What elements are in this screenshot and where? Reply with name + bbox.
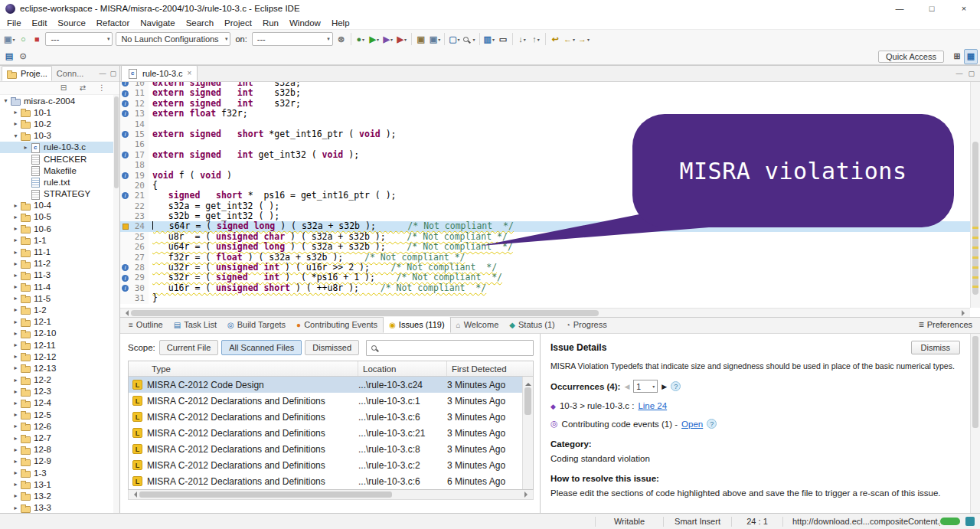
filter-current-file[interactable]: Current File <box>159 340 218 355</box>
tab-welcome[interactable]: ⌂Welcome <box>451 316 505 333</box>
menu-project[interactable]: Project <box>219 18 257 28</box>
occurrence-selector[interactable]: 1 ▾ <box>633 380 658 393</box>
scrollbar-thumb[interactable] <box>114 96 119 188</box>
tree-expander-icon[interactable]: ▸ <box>11 377 20 384</box>
tab-progress[interactable]: ◔Progress <box>560 316 612 333</box>
issue-row[interactable]: LMISRA C-2012 Code Design...\rule-10-3.c… <box>129 377 533 393</box>
column-header-location[interactable]: Location <box>358 361 447 376</box>
tab-build-targets[interactable]: ◎Build Targets <box>222 316 291 333</box>
tree-expander-icon[interactable]: ▸ <box>11 411 20 418</box>
build-all-icon[interactable]: ▣ <box>414 31 428 47</box>
editor-vertical-scrollbar[interactable] <box>970 82 980 308</box>
scroll-left-icon[interactable] <box>131 491 137 498</box>
tree-expander-icon[interactable]: ▸ <box>11 295 20 302</box>
tree-expander-icon[interactable]: ▸ <box>11 306 20 313</box>
tree-item-10-3[interactable]: ▾10-3 <box>0 130 113 142</box>
tree-item-12-8[interactable]: ▸12-8 <box>0 444 113 456</box>
code-line[interactable]: i30 u16r = ( unsigned short ) ( ++u8r );… <box>120 283 970 293</box>
scroll-left-icon[interactable] <box>122 310 129 316</box>
help-icon[interactable] <box>707 419 717 429</box>
new-project-icon[interactable]: ▣▾ <box>2 31 16 47</box>
tree-item-13-1[interactable]: ▸13-1 <box>0 478 113 490</box>
code-line[interactable]: i28 u32r = ( unsigned int ) ( u16r >> 2 … <box>120 263 970 273</box>
explorer-scrollbar[interactable] <box>113 95 119 513</box>
tree-expander-icon[interactable]: ▸ <box>11 260 20 267</box>
tree-expander-icon[interactable]: ▸ <box>11 109 20 116</box>
tree-item-11-4[interactable]: ▸11-4 <box>0 281 113 292</box>
issue-row[interactable]: LMISRA C-2012 Declarations and Definitio… <box>129 425 533 441</box>
filter-all-scanned-files[interactable]: All Scanned Files <box>221 340 302 355</box>
tree-item-1-2[interactable]: ▸1-2 <box>0 304 113 315</box>
cpp-perspective-icon[interactable]: ▦ <box>964 49 978 64</box>
tree-item-STRATEGY[interactable]: STRATEGY <box>0 188 113 200</box>
tree-expander-icon[interactable]: ▸ <box>11 214 20 220</box>
tree-item-Makefile[interactable]: Makefile <box>0 165 113 176</box>
tree-expander-icon[interactable]: ▸ <box>11 446 20 453</box>
stop-analysis-icon[interactable]: ■ <box>30 31 44 47</box>
line-24-link[interactable]: Line 24 <box>638 401 667 410</box>
tree-item-10-6[interactable]: ▸10-6 <box>0 223 113 234</box>
menu-window[interactable]: Window <box>284 18 326 28</box>
new-c-file-icon[interactable]: ▢▾ <box>447 31 461 47</box>
tree-item-10-2[interactable]: ▸10-2 <box>0 118 113 129</box>
code-editor[interactable]: i10extern signed int s32a;i11extern sign… <box>120 82 980 317</box>
tree-expander-icon[interactable]: ▸ <box>11 202 20 209</box>
issue-row[interactable]: LMISRA C-2012 Declarations and Definitio… <box>129 473 533 489</box>
code-line[interactable]: i11extern signed int s32b; <box>120 88 970 98</box>
scrollbar-thumb[interactable] <box>972 142 978 295</box>
tree-item-12-5[interactable]: ▸12-5 <box>0 409 113 420</box>
console-icon[interactable]: ▤ <box>2 49 16 64</box>
launch-config-settings-icon[interactable]: ⊛ <box>335 31 348 47</box>
open-link[interactable]: Open <box>681 420 703 429</box>
tree-expander-icon[interactable]: ▸ <box>11 283 20 290</box>
tree-expander-icon[interactable]: ▸ <box>11 492 20 499</box>
scrollbar-thumb[interactable] <box>972 336 978 428</box>
filter-dismissed[interactable]: Dismissed <box>305 340 359 355</box>
issues-search-box[interactable] <box>366 340 534 356</box>
next-annotation-icon[interactable]: ↓▾ <box>515 31 529 47</box>
prev-annotation-icon[interactable]: ↑▾ <box>529 31 543 47</box>
last-edit-location-icon[interactable]: ↩ <box>548 31 562 47</box>
table-vertical-scrollbar[interactable] <box>522 377 533 489</box>
tree-expander-icon[interactable]: ▸ <box>11 330 20 337</box>
tree-item-12-9[interactable]: ▸12-9 <box>0 456 113 467</box>
tree-expander-icon[interactable]: ▸ <box>11 400 20 407</box>
help-icon[interactable] <box>671 381 681 391</box>
tree-item-12-1[interactable]: ▸12-1 <box>0 316 113 328</box>
tab-connections[interactable]: Conn... <box>52 66 88 81</box>
tree-expander-icon[interactable]: ▾ <box>11 132 20 139</box>
tree-item-10-4[interactable]: ▸10-4 <box>0 200 113 211</box>
tree-expander-icon[interactable]: ▸ <box>11 272 20 279</box>
profile-icon[interactable]: ▶▾ <box>381 31 395 47</box>
editor-tab-rule-10-3[interactable]: c rule-10-3.c <box>121 65 198 81</box>
back-icon[interactable]: ←▾ <box>562 31 577 47</box>
tree-expander-icon[interactable]: ▸ <box>11 341 20 348</box>
menu-refactor[interactable]: Refactor <box>91 18 135 28</box>
tree-expander-icon[interactable]: ▸ <box>11 423 20 429</box>
tree-expander-icon[interactable]: ▸ <box>11 388 20 395</box>
tree-item-11-1[interactable]: ▸11-1 <box>0 246 113 257</box>
tree-item-1-3[interactable]: ▸1-3 <box>0 467 113 478</box>
menu-source[interactable]: Source <box>52 18 90 28</box>
link-with-editor-icon[interactable]: ⇄ <box>76 83 90 93</box>
tree-item-12-3[interactable]: ▸12-3 <box>0 386 113 397</box>
scroll-up-icon[interactable] <box>525 380 531 386</box>
menu-help[interactable]: Help <box>326 18 355 28</box>
menu-edit[interactable]: Edit <box>27 18 53 28</box>
search-icon[interactable]: ▾ <box>462 31 477 47</box>
tab-project-explorer[interactable]: Proje... <box>2 66 52 81</box>
issue-row[interactable]: LMISRA C-2012 Declarations and Definitio… <box>129 441 533 457</box>
issue-row[interactable]: LMISRA C-2012 Declarations and Definitio… <box>129 393 533 409</box>
launch-mode-combo[interactable]: ---▾ <box>45 32 113 46</box>
tree-item-13-3[interactable]: ▸13-3 <box>0 502 113 513</box>
external-tools-icon[interactable]: ▶▾ <box>395 31 409 47</box>
minimize-view-button[interactable] <box>99 70 106 77</box>
open-console-icon[interactable]: ▥▾ <box>482 31 496 47</box>
minimize-button[interactable]: — <box>884 0 916 17</box>
tree-expander-icon[interactable]: ▸ <box>11 458 20 465</box>
tree-expander-icon[interactable]: ▸ <box>11 120 20 127</box>
tree-expander-icon[interactable]: ▸ <box>11 505 20 511</box>
close-button[interactable]: × <box>948 0 980 17</box>
code-line[interactable]: i29 s32r = ( signed int ) ( *ps16 + 1 );… <box>120 273 970 282</box>
tree-item-12-13[interactable]: ▸12-13 <box>0 362 113 374</box>
